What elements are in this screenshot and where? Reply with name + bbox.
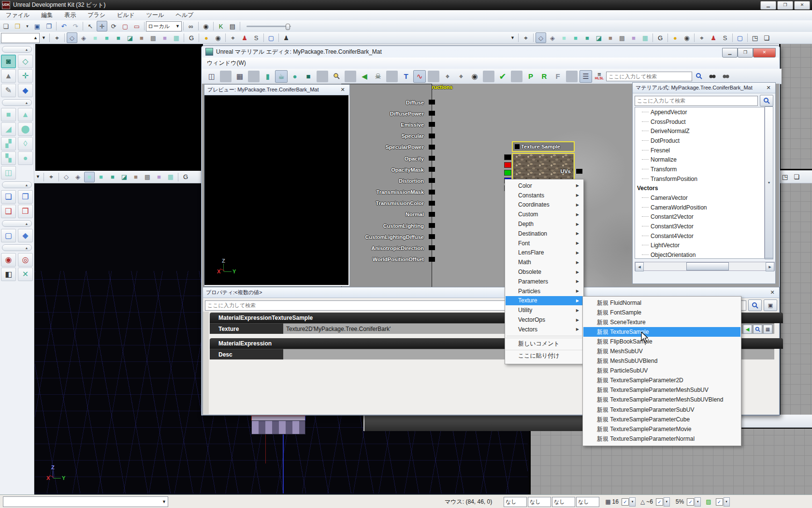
zoom-tool-icon[interactable]: ⌖ — [455, 70, 467, 83]
preview-viewport[interactable]: Z X Y — [204, 95, 348, 285]
float-viewport-icon[interactable]: ❏ — [761, 32, 772, 43]
editor-close-button[interactable]: ✕ — [753, 48, 776, 58]
toggle-unused-skull-icon[interactable]: ☠ — [372, 70, 384, 83]
home-node-icon[interactable]: ◀ — [358, 70, 371, 83]
mode-icon[interactable] — [2, 46, 32, 53]
viewport-options-icon[interactable]: ▼ — [509, 32, 516, 43]
possess-player-icon[interactable]: ♟ — [239, 32, 250, 43]
context-menu-item[interactable]: VectorOps▶ — [506, 315, 583, 325]
lighting-only-icon[interactable]: ◪ — [125, 32, 135, 43]
camera-speed-slider[interactable] — [246, 26, 291, 27]
texture-density-icon[interactable]: ▦ — [171, 32, 182, 43]
shader-complexity-icon[interactable]: ▩ — [142, 172, 153, 182]
submenu-item[interactable]: 新規 TextureSampleParameterMeshSubUV — [583, 386, 740, 395]
menu-file[interactable]: ファイル — [0, 11, 35, 19]
expression-item[interactable]: Constant3Vector — [635, 222, 766, 231]
terrain-mode-icon[interactable]: ▲ — [1, 69, 16, 83]
material-input-pin[interactable]: DiffusePower — [342, 108, 432, 119]
lighting-only-icon[interactable]: ◪ — [119, 172, 130, 182]
minimize-button[interactable]: ▁ — [760, 1, 776, 10]
texture-density-icon[interactable]: ▦ — [640, 32, 651, 43]
close-icon[interactable]: ✕ — [768, 289, 776, 296]
menu-build[interactable]: ビルド — [111, 11, 141, 19]
expression-item[interactable]: Constant2Vector — [635, 212, 766, 222]
viewport-toolbar-icon[interactable] — [747, 33, 748, 42]
view-hlsl-icon[interactable]: ≣HLSL — [593, 70, 606, 83]
pin-connector[interactable] — [429, 111, 435, 116]
static-mesh-mode-icon[interactable]: ◆ — [18, 84, 33, 97]
viewport-preset-combo[interactable]: ▲ — [1, 33, 40, 43]
viewport-toolbar-icon[interactable] — [199, 33, 199, 42]
kismet-icon[interactable]: K — [216, 21, 226, 31]
viewport-toolbar-icon[interactable] — [58, 173, 59, 181]
menu-tools[interactable]: ツール — [141, 11, 170, 19]
expression-item[interactable]: TransformPosition — [635, 174, 766, 184]
context-menu-item[interactable]: Obsolete▶ — [506, 267, 583, 277]
brush-wireframe-icon[interactable]: ◈ — [72, 172, 83, 182]
squint-mode-icon[interactable]: S — [251, 32, 261, 43]
coordinate-space-combo[interactable]: ローカル▼ — [146, 21, 182, 31]
csg-add-icon[interactable]: ❏ — [1, 190, 16, 204]
expression-item[interactable]: LightVector — [635, 241, 766, 251]
cylinder-brush-icon[interactable]: ⬤ — [18, 122, 33, 136]
menu-edit[interactable]: 編集 — [35, 11, 58, 19]
detail-lighting-icon[interactable]: ■ — [582, 32, 593, 43]
volume-brush-icon[interactable]: ◫ — [1, 166, 16, 179]
expressions-vscrollbar[interactable]: ▲ ▼ — [764, 107, 773, 259]
restore-viewport-icon[interactable]: ◳ — [780, 172, 790, 182]
expressions-list[interactable]: AppendVector CrossProduct DeriveNormalZ … — [635, 107, 766, 259]
material-input-pin[interactable]: Opacity — [342, 153, 432, 164]
hide-selection-icon[interactable]: ◎ — [18, 253, 33, 267]
camera-mode-icon[interactable]: ◙ — [1, 55, 16, 68]
editor-restore-button[interactable]: ❐ — [738, 48, 753, 58]
autosave-checkbox[interactable]: ✓ — [716, 498, 723, 506]
clear-value-icon[interactable]: ▦ — [763, 325, 772, 334]
expression-item[interactable]: AppendVector — [635, 107, 766, 117]
viewport-toolbar-icon[interactable] — [694, 33, 695, 42]
show-flags-icon[interactable]: ◉ — [213, 32, 223, 43]
viewport-toolbar-icon[interactable] — [518, 33, 519, 42]
scroll-left-icon[interactable]: ◀ — [635, 262, 644, 271]
pin-connector[interactable] — [429, 178, 435, 183]
pin-connector[interactable] — [429, 257, 435, 262]
material-input-pin[interactable]: AnisotropicDirection — [342, 242, 432, 254]
pin-connector[interactable] — [429, 190, 435, 194]
context-menu-item[interactable]: Destination▶ — [506, 229, 583, 239]
flatten-icon[interactable]: F — [551, 70, 564, 83]
pin-connector[interactable] — [429, 201, 435, 206]
context-menu-item[interactable]: Color▶ — [506, 181, 583, 191]
submenu-item[interactable]: 新規 TextureSampleParameterMeshSubUVBlend — [583, 395, 740, 405]
select-tool-icon[interactable]: ↖ — [85, 21, 96, 31]
viewport-ortho-mid-right[interactable] — [779, 183, 812, 415]
lock-viewport-icon[interactable]: ● — [201, 32, 212, 43]
propagate-to-parent-icon[interactable]: P — [524, 70, 537, 83]
content-browser-icon[interactable]: ◉ — [201, 21, 211, 31]
close-button[interactable]: ✕ — [794, 1, 810, 10]
submenu-item[interactable]: 新規 MeshSubUVBlend — [583, 357, 740, 366]
viewport-options-icon[interactable]: ▼ — [40, 32, 47, 43]
status-field-3[interactable]: なし — [552, 497, 575, 507]
editor-titlebar[interactable]: Unreal マテリアル エディタ: MyPackage.Tree.Conife… — [202, 46, 780, 58]
lighting-only-icon[interactable]: ◪ — [594, 32, 604, 43]
angle-snap-dropdown[interactable]: ▾ — [664, 497, 670, 507]
scale-snap-dropdown[interactable]: ▾ — [695, 497, 701, 507]
viewport-toolbar-icon[interactable] — [225, 33, 226, 42]
toolbar-icon[interactable] — [144, 22, 145, 30]
expressions-search-input[interactable] — [635, 96, 758, 106]
submenu-item[interactable]: 新規 TextureSampleParameterCube — [583, 415, 740, 424]
material-input-pin[interactable]: Diffuse — [342, 97, 432, 108]
context-menu-action[interactable]: 新しいコメント — [506, 338, 583, 350]
new-file-icon[interactable]: ❏ — [0, 21, 11, 31]
texture-sample-header[interactable]: Texture Sample — [512, 141, 575, 152]
undo-icon[interactable]: ↶ — [58, 21, 69, 31]
resize-viewport-icon[interactable]: ▢ — [266, 32, 276, 43]
submenu-item[interactable]: 新規 MeshSubUV — [583, 346, 740, 356]
material-input-pin[interactable]: TransmissionMask — [342, 187, 432, 198]
status-field-1[interactable]: なし — [504, 497, 527, 507]
material-input-pin[interactable]: CustomLightingDiffuse — [342, 231, 432, 242]
realtime-preview-icon[interactable] — [330, 70, 343, 83]
viewport-toolbar-icon[interactable] — [44, 173, 44, 181]
playtest-viewport-icon[interactable]: ⌖ — [696, 32, 707, 43]
context-menu-item[interactable]: Coordinates▶ — [506, 200, 583, 210]
preview-plane-icon[interactable]: ■ — [302, 70, 315, 83]
